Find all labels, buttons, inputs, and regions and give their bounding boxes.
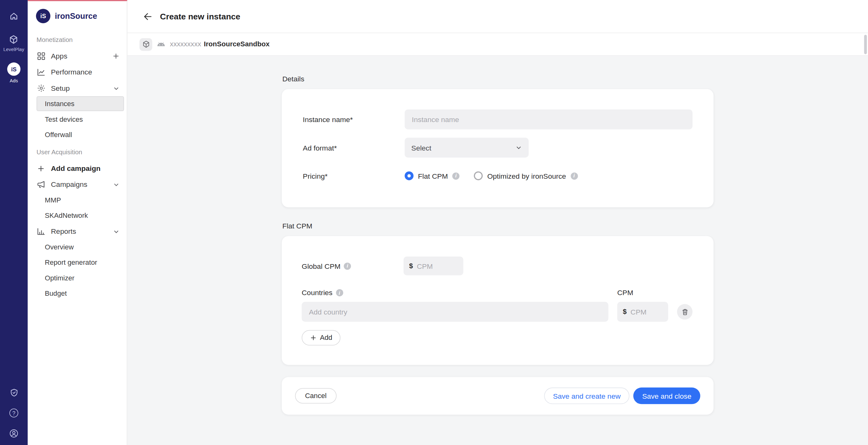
chevron-down-icon	[113, 228, 119, 235]
optimized-option-label: Optimized by ironSource	[487, 172, 566, 180]
info-icon[interactable]	[344, 262, 351, 269]
megaphone-icon	[37, 180, 46, 189]
plus-icon	[37, 165, 46, 172]
section-monetization: Monetization	[28, 37, 127, 43]
ad-format-select[interactable]: Select	[405, 138, 529, 158]
country-cpm-input[interactable]	[630, 308, 663, 316]
global-cpm-field: $	[404, 256, 463, 275]
pricing-row: Pricing* Flat CPM Optimized by ironSourc…	[303, 166, 692, 186]
back-button[interactable]	[140, 8, 156, 25]
add-country-button[interactable]: Add	[302, 330, 341, 345]
scrollbar-thumb[interactable]	[864, 35, 867, 54]
sidebar-item-budget[interactable]: Budget	[37, 286, 124, 301]
info-icon[interactable]	[336, 289, 343, 296]
sidebar-item-label: Add campaign	[51, 164, 101, 172]
save-and-create-new-button[interactable]: Save and create new	[544, 387, 629, 404]
instance-name-label: Instance name*	[303, 115, 405, 123]
bar-chart-icon	[37, 227, 46, 235]
sidebar-item-overview[interactable]: Overview	[37, 239, 124, 254]
cancel-button[interactable]: Cancel	[295, 388, 337, 403]
account-nav[interactable]	[9, 429, 19, 438]
instance-name-input[interactable]	[405, 109, 692, 130]
sidebar-item-skadnetwork[interactable]: SKAdNetwork	[37, 208, 124, 223]
action-bar: Cancel Save and create new Save and clos…	[282, 377, 714, 415]
flat-cpm-option-label: Flat CPM	[418, 172, 448, 180]
sidebar-item-label: Performance	[51, 68, 92, 76]
ads-nav[interactable]: iS Ads	[7, 63, 20, 83]
ironsource-logo-icon: iS	[36, 9, 51, 23]
sidebar-item-test-devices[interactable]: Test devices	[37, 112, 124, 127]
sidebar-item-add-campaign[interactable]: Add campaign	[28, 160, 127, 176]
ironsource-logo[interactable]: iS ironSource	[28, 9, 127, 23]
back-arrow-icon	[142, 11, 153, 22]
info-icon[interactable]	[453, 172, 460, 179]
rail-bottom-group	[9, 388, 19, 445]
gear-icon	[37, 84, 46, 92]
details-card: Instance name* Ad format* Select	[282, 89, 714, 207]
apps-grid-icon	[37, 52, 46, 60]
country-cpm-headers: Countries CPM	[302, 288, 694, 297]
countries-label: Countries	[302, 288, 333, 297]
global-cpm-row: Global CPM $	[302, 256, 694, 275]
save-and-close-button[interactable]: Save and close	[633, 387, 700, 404]
ad-format-row: Ad format* Select	[303, 138, 692, 158]
currency-symbol: $	[409, 262, 413, 270]
app-icon[interactable]	[140, 38, 152, 51]
country-cpm-row: $	[302, 302, 694, 322]
add-app-icon[interactable]	[113, 53, 120, 60]
sidebar: iS ironSource Monetization Apps Performa…	[28, 0, 127, 445]
ad-format-selected-value: Select	[411, 143, 432, 151]
chevron-down-icon	[113, 85, 119, 91]
app-context-bar: xxxxxxxxx IronSourceSandbox	[127, 33, 868, 56]
sidebar-item-mmp[interactable]: MMP	[37, 193, 124, 207]
ad-format-label: Ad format*	[303, 143, 405, 151]
global-cpm-label: Global CPM	[302, 262, 341, 270]
cpm-column-label: CPM	[617, 288, 633, 297]
sidebar-item-label: Reports	[51, 227, 76, 235]
sidebar-item-label: Apps	[51, 52, 67, 60]
flat-cpm-section-title: Flat CPM	[282, 221, 714, 230]
chevron-down-icon	[113, 181, 119, 188]
flat-cpm-radio[interactable]	[405, 171, 413, 180]
optimized-option[interactable]: Optimized by ironSource	[474, 171, 578, 180]
country-input[interactable]	[302, 302, 609, 322]
pricing-label: Pricing*	[303, 172, 405, 180]
sidebar-item-reports[interactable]: Reports	[28, 224, 127, 239]
info-icon[interactable]	[570, 172, 578, 179]
security-nav[interactable]	[9, 388, 19, 398]
sidebar-item-setup[interactable]: Setup	[28, 80, 127, 96]
sidebar-item-offerwall[interactable]: Offerwall	[37, 127, 124, 142]
sidebar-item-report-generator[interactable]: Report generator	[37, 255, 124, 270]
app-window: LevelPlay iS Ads iS ironSou	[0, 0, 868, 445]
sidebar-item-performance[interactable]: Performance	[28, 64, 127, 80]
shield-icon	[9, 388, 19, 398]
help-icon	[9, 409, 18, 417]
flat-cpm-option[interactable]: Flat CPM	[405, 171, 459, 180]
home-nav[interactable]	[9, 11, 18, 20]
sidebar-item-optimizer[interactable]: Optimizer	[37, 270, 124, 285]
plus-icon	[310, 335, 316, 341]
details-section-title: Details	[282, 74, 714, 82]
sidebar-item-label: Campaigns	[51, 180, 87, 189]
line-chart-icon	[37, 68, 46, 76]
currency-symbol: $	[623, 308, 626, 316]
ads-logo-icon: iS	[7, 63, 20, 76]
app-name: IronSourceSandbox	[204, 40, 270, 48]
flat-cpm-card: Global CPM $ Countries CPM	[282, 236, 714, 365]
app-id: xxxxxxxxx	[170, 40, 201, 48]
country-cpm-field: $	[617, 302, 669, 322]
levelplay-label: LevelPlay	[3, 46, 25, 52]
delete-row-button[interactable]	[677, 304, 692, 319]
global-cpm-input[interactable]	[417, 262, 458, 270]
sidebar-item-campaigns[interactable]: Campaigns	[28, 176, 127, 193]
ironsource-logo-text: ironSource	[55, 11, 97, 20]
optimized-radio[interactable]	[474, 171, 483, 180]
sidebar-item-label: Setup	[51, 84, 70, 92]
sidebar-item-apps[interactable]: Apps	[28, 48, 127, 64]
android-icon	[157, 41, 165, 47]
add-country-label: Add	[320, 334, 332, 342]
sidebar-item-instances[interactable]: Instances	[37, 96, 124, 111]
help-nav[interactable]	[9, 409, 18, 417]
home-icon	[9, 11, 18, 20]
levelplay-nav[interactable]: LevelPlay	[3, 35, 25, 52]
